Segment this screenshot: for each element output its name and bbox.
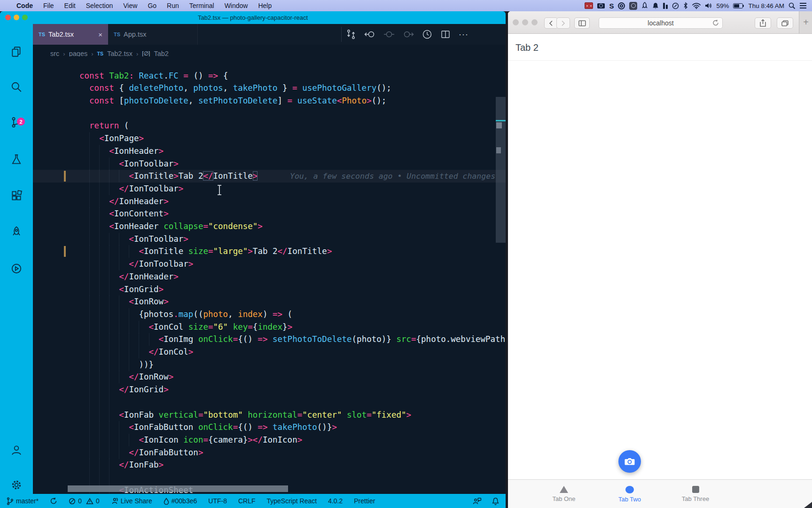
- s-app-menu-icon[interactable]: S: [609, 0, 614, 11]
- code-line-15[interactable]: 15 </IonToolbar>: [33, 183, 506, 195]
- source-control-icon[interactable]: [0, 115, 33, 129]
- more-actions-icon[interactable]: ···: [459, 30, 468, 40]
- code-line-30[interactable]: 30 </IonRow>: [33, 371, 506, 383]
- zoom-window-button[interactable]: [531, 19, 538, 25]
- liveshare-rocket-icon[interactable]: [0, 225, 33, 239]
- bell-menu-icon[interactable]: [652, 0, 659, 11]
- new-tab-button[interactable]: +: [799, 11, 812, 33]
- record-circle-icon[interactable]: [618, 0, 625, 11]
- address-bar[interactable]: localhost: [599, 17, 723, 29]
- code-line-34[interactable]: 34 <IonFabButton onClick={() => takePhot…: [33, 421, 506, 434]
- wifi-icon[interactable]: [692, 0, 701, 11]
- code-line-29[interactable]: 29 ))}: [33, 358, 506, 371]
- window-manager-icon[interactable]: [663, 0, 668, 11]
- feedback-icon[interactable]: [473, 497, 482, 505]
- code-line-18[interactable]: 18 <IonHeader collapse="condense">: [33, 220, 506, 233]
- camera-fab-button[interactable]: [618, 450, 641, 473]
- screen-recorder-icon[interactable]: [585, 0, 593, 11]
- code-line-7[interactable]: 7 const { deletePhoto, photos, takePhoto…: [33, 82, 506, 95]
- app-tab-tab-three[interactable]: Tab Three: [663, 480, 728, 508]
- close-window-button[interactable]: [513, 19, 519, 25]
- code-line-5[interactable]: 5: [33, 57, 506, 70]
- code-line-8[interactable]: 8 const [photoToDelete, setPhotoToDelete…: [33, 95, 506, 107]
- menu-item-terminal[interactable]: Terminal: [184, 0, 219, 11]
- menu-item-file[interactable]: File: [38, 0, 59, 11]
- ts-version-item[interactable]: 4.0.2: [328, 497, 343, 505]
- menu-item-view[interactable]: View: [118, 0, 142, 11]
- notification-center-icon[interactable]: [800, 0, 806, 11]
- code-line-12[interactable]: 12 <IonHeader>: [33, 145, 506, 158]
- code-line-38[interactable]: 38: [33, 471, 506, 484]
- code-editor[interactable]: 56const Tab2: React.FC = () => {7 const …: [33, 56, 506, 494]
- run-circle-icon[interactable]: [0, 262, 33, 276]
- code-line-9[interactable]: 9: [33, 107, 506, 120]
- menu-clock[interactable]: Thu 8:46 AM: [748, 0, 784, 11]
- compass-menu-icon[interactable]: [672, 0, 679, 11]
- notifications-bell-icon[interactable]: [492, 497, 499, 505]
- split-editor-icon[interactable]: [440, 29, 451, 40]
- close-tab-icon[interactable]: ×: [98, 31, 102, 39]
- search-icon[interactable]: [0, 80, 33, 94]
- code-line-14[interactable]: 14 <IonTitle>Tab 2</IonTitle>You, a few …: [33, 170, 506, 183]
- apple-menu-icon[interactable]: [7, 5, 11, 6]
- code-line-35[interactable]: 35 <IonIcon icon={camera}></IonIcon>: [33, 434, 506, 446]
- dark-square-app-icon[interactable]: [629, 0, 637, 11]
- encoding-item[interactable]: UTF-8: [208, 497, 227, 505]
- editor-tab-app.tsx[interactable]: TSApp.tsx: [108, 24, 198, 45]
- bluetooth-icon[interactable]: [683, 0, 688, 11]
- live-share-item[interactable]: Live Share: [111, 497, 152, 505]
- menu-item-code[interactable]: Code: [11, 0, 38, 11]
- horizontal-scrollbar[interactable]: [68, 485, 288, 492]
- code-line-22[interactable]: 22 </IonHeader>: [33, 270, 506, 283]
- problems-item[interactable]: 0 0: [69, 497, 100, 505]
- code-line-25[interactable]: 25 {photos.map((photo, index) => (: [33, 308, 506, 321]
- menu-item-selection[interactable]: Selection: [81, 0, 118, 11]
- back-icon[interactable]: [364, 29, 375, 40]
- code-line-16[interactable]: 16 </IonHeader>: [33, 195, 506, 208]
- code-line-27[interactable]: 27 <IonImg onClick={() => setPhotoToDele…: [33, 333, 506, 346]
- eol-item[interactable]: CRLF: [238, 497, 256, 505]
- code-line-24[interactable]: 24 <IonRow>: [33, 295, 506, 308]
- open-changes-icon[interactable]: [346, 29, 356, 40]
- peacock-color-item[interactable]: #00b3e6: [164, 497, 197, 505]
- menu-item-go[interactable]: Go: [142, 0, 162, 11]
- menu-item-help[interactable]: Help: [253, 0, 277, 11]
- accounts-icon[interactable]: [0, 443, 33, 457]
- sidebar-toggle-button[interactable]: [574, 17, 590, 29]
- zoom-window-button[interactable]: [22, 15, 28, 20]
- code-line-10[interactable]: 10 return (: [33, 119, 506, 132]
- code-line-33[interactable]: 33 <IonFab vertical="bottom" horizontal=…: [33, 409, 506, 421]
- code-line-36[interactable]: 36 </IonFabButton>: [33, 446, 506, 459]
- code-line-31[interactable]: 31 </IonGrid>: [33, 383, 506, 396]
- minimize-window-button[interactable]: [14, 15, 19, 20]
- app-tab-tab-two[interactable]: Tab Two: [597, 480, 663, 508]
- explorer-icon[interactable]: [0, 45, 33, 59]
- sync-icon[interactable]: [50, 497, 57, 505]
- volume-icon[interactable]: [705, 0, 712, 11]
- git-branch-item[interactable]: master*: [7, 497, 39, 505]
- camera-menu-icon[interactable]: [597, 0, 605, 11]
- code-line-11[interactable]: 11 <IonPage>: [33, 132, 506, 145]
- share-button[interactable]: [755, 17, 771, 29]
- settings-gear-icon[interactable]: [0, 478, 33, 492]
- code-line-28[interactable]: 28 </IonCol>: [33, 346, 506, 358]
- editor-tab-tab2.tsx[interactable]: TSTab2.tsx×: [33, 24, 108, 45]
- vscode-title-bar[interactable]: Tab2.tsx — photo-gallery-capacitor-react: [0, 11, 506, 24]
- code-line-37[interactable]: 37 </IonFab>: [33, 459, 506, 471]
- back-button[interactable]: [544, 17, 558, 29]
- vertical-scrollbar[interactable]: [496, 97, 506, 243]
- reload-icon[interactable]: [712, 19, 719, 26]
- language-mode-item[interactable]: TypeScript React: [267, 497, 317, 505]
- close-window-button[interactable]: [5, 15, 11, 20]
- code-line-32[interactable]: 32: [33, 396, 506, 409]
- debug-flask-icon[interactable]: [0, 152, 33, 167]
- rocket-menu-icon[interactable]: [641, 0, 648, 11]
- minimize-window-button[interactable]: [522, 19, 528, 25]
- show-all-tabs-button[interactable]: [777, 17, 793, 29]
- current-position-icon[interactable]: [383, 29, 395, 40]
- timeline-clock-icon[interactable]: [422, 29, 432, 40]
- forward-button[interactable]: [556, 17, 570, 29]
- extensions-icon[interactable]: [0, 189, 33, 203]
- spotlight-search-icon[interactable]: [789, 0, 796, 11]
- code-line-26[interactable]: 26 <IonCol size="6" key={index}>: [33, 321, 506, 333]
